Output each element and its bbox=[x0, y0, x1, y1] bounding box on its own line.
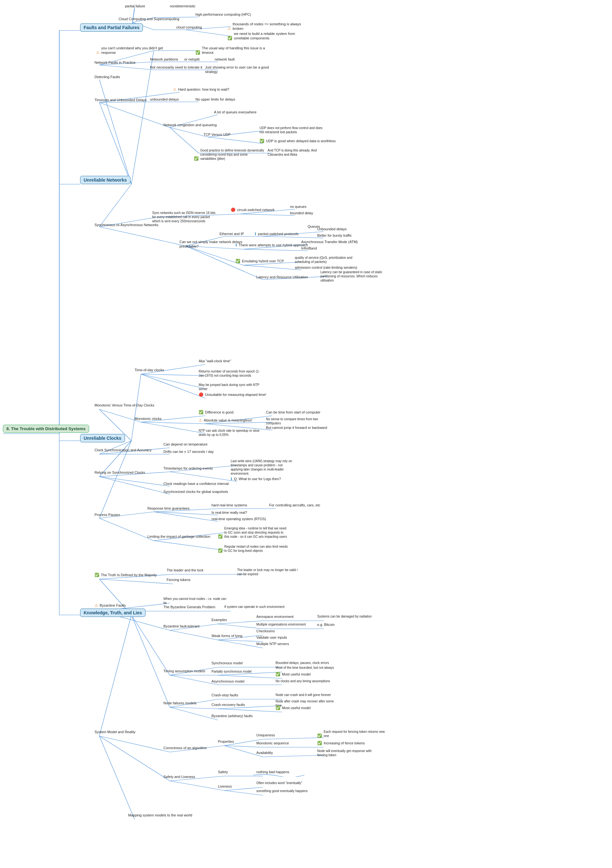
queues-text: A lot of queues everywhere bbox=[214, 110, 257, 114]
increasing-node: ✅ Increasing of fence tokens bbox=[317, 741, 365, 746]
system-model-text: System Model and Reality bbox=[95, 730, 135, 734]
atm-text: Asynchronous Transfer Mode (ATM) bbox=[301, 240, 357, 244]
warn-icon4: ⚠ bbox=[199, 418, 202, 422]
svg-line-125 bbox=[263, 755, 324, 757]
faults-label: Faults and Partial Failures bbox=[80, 23, 143, 32]
good-icon4: ✅ bbox=[194, 156, 199, 161]
temperature-node: Can depend on temperature bbox=[163, 442, 208, 446]
time-of-day-node: Time-of-day clocks bbox=[135, 368, 164, 372]
weak-lying-text: Weak forms of lying bbox=[211, 634, 242, 638]
byzantine-faults2-text: Byzantine (arbitrary) faults bbox=[211, 714, 253, 718]
info-icon2: ℹ bbox=[236, 243, 237, 247]
svg-line-101 bbox=[218, 640, 263, 648]
global-snapshots-node: Synchronized clocks for global snapshots bbox=[163, 490, 228, 494]
async-model-node: Asynchronous model bbox=[211, 679, 244, 684]
leader-expired-text: The leader or lock may no longer be vali… bbox=[237, 568, 301, 576]
monotonic-text: Monotonic clocks bbox=[135, 416, 162, 421]
can-be-start-node: Can be time from start of computer bbox=[266, 410, 320, 414]
sync-isdn-text: Sync networks such as ISDN reserve 16 bi… bbox=[152, 211, 216, 223]
svg-line-55 bbox=[141, 374, 205, 376]
sync-bounded-node: Bounded delays, pauses, clock errors bbox=[276, 661, 329, 665]
cannot-jump-text: But cannot jump it forward or backward bbox=[266, 425, 327, 430]
temperature-text: Can depend on temperature bbox=[163, 442, 208, 446]
net-fault-text: network fault bbox=[215, 57, 235, 62]
netsplit-text: or netsplit bbox=[184, 57, 200, 62]
liveness-node: Liveness bbox=[218, 784, 231, 789]
timeout-note-text: you can't understand why you didn't get … bbox=[101, 46, 172, 55]
infiniband-node: InfiniBand bbox=[301, 246, 317, 251]
no-sense-compare-node: No sense to compare times from two compu… bbox=[266, 417, 330, 425]
regular-restart-text: Regular restart of nodes can also limit … bbox=[224, 544, 288, 553]
qos-text: quality of service (QoS, prioritization … bbox=[295, 256, 359, 264]
networks-section: Unreliable Networks bbox=[80, 176, 130, 184]
no-queues-text: no queues bbox=[290, 205, 306, 209]
if-system-operate-node: If system can operate in such environmen… bbox=[224, 605, 284, 609]
cloud-note2-node: ✅ we need to build a reliable system fro… bbox=[227, 31, 304, 41]
good-icon3: ✅ bbox=[259, 139, 264, 143]
circuit-sw-node: 🔴 circuit-switched network bbox=[231, 208, 275, 212]
confidence-interval-text: Clock readings have a confidence interva… bbox=[163, 481, 229, 486]
crash-stop-note-text: Node can crash and it will gone forever bbox=[276, 693, 331, 697]
net-partitions-node: Network partitions bbox=[150, 57, 178, 62]
svg-line-61 bbox=[141, 422, 205, 424]
regular-restart-node: ✅ Regular restart of nodes can also limi… bbox=[218, 544, 288, 553]
sync-bounded-text: Bounded delays, pauses, clock errors bbox=[276, 661, 329, 665]
svg-line-65 bbox=[141, 422, 205, 433]
emulating-hybrid-text: Emulating hybrid over TCP bbox=[242, 259, 284, 263]
svg-line-118 bbox=[99, 736, 170, 752]
svg-line-57 bbox=[141, 374, 205, 398]
svg-line-50 bbox=[244, 265, 301, 270]
svg-line-44 bbox=[263, 236, 324, 238]
uniqueness-node: Uniqueness bbox=[256, 733, 275, 737]
async-model-text: Asynchronous model bbox=[211, 679, 244, 684]
warn-icon3: ⚠ bbox=[173, 87, 177, 91]
global-snapshots-text: Synchronized clocks for global snapshots bbox=[163, 490, 228, 494]
byzantine-faults-node: ⚠ Byzantine Faults bbox=[95, 603, 126, 608]
tcp-udp-text: TCP Versus UDP bbox=[203, 132, 231, 137]
svg-line-15 bbox=[186, 30, 231, 36]
radiation-text: Systems can be damaged by radiation bbox=[317, 614, 372, 618]
weak-lying-node: Weak forms of lying bbox=[211, 634, 242, 638]
good-icon8: ✅ bbox=[218, 548, 223, 553]
if-system-operate-text: If system can operate in such environmen… bbox=[224, 605, 284, 609]
rtos-text: real-time operating system (RTOS) bbox=[211, 517, 266, 521]
sync-async-text: Synchronous vs Asynchronous Networks bbox=[95, 223, 158, 227]
bad-icon: 🔴 bbox=[231, 208, 236, 212]
nothing-bad-node: nothing bad happens bbox=[256, 770, 289, 774]
partial-sync-note-text: Most of the time bounded, but not always bbox=[276, 666, 334, 670]
monotonic-seq-text: Monotonic sequence bbox=[256, 741, 289, 746]
timing-models-node: Timing assumption models bbox=[163, 669, 205, 673]
monotonic-vs-tod-text: Monotonic Versus Time-of-Day Clocks bbox=[95, 403, 154, 408]
svg-line-122 bbox=[224, 746, 263, 747]
async-note-node: No clocks and any timing assumptions bbox=[276, 679, 330, 683]
radiation-node: Systems can be damaged by radiation bbox=[317, 614, 372, 618]
byzantine-generals-text: The Byzantine Generals Problem bbox=[163, 605, 215, 609]
cannot-jump-node: But cannot jump it forward or backward bbox=[266, 425, 327, 430]
knowledge-label: Knowledge, Truth, and Lies bbox=[80, 609, 146, 617]
net-cong-text: Network congestion and queueing bbox=[163, 122, 217, 127]
correctness-node: Correctness of an algorithm bbox=[163, 746, 207, 750]
define-timeouts-node: ✅ Good practice to define timeouts dynam… bbox=[194, 148, 264, 161]
chapter-label: 8. The Trouble with Distributed Systems bbox=[3, 425, 89, 433]
svg-line-48 bbox=[186, 246, 244, 265]
limiting-gc-node: Limiting the impact of garbage collectio… bbox=[148, 534, 210, 539]
unsuitable-text: Unsuitable for measuring elapsed time! bbox=[205, 392, 266, 397]
most-useful-text: Most useful model bbox=[282, 672, 311, 676]
often-eventually-node: Often includes word "eventually" bbox=[256, 781, 302, 785]
availability-note-text: Node will eventually get response with f… bbox=[317, 749, 381, 757]
eth-ip-text: Ethernet and IP bbox=[219, 232, 244, 236]
safety-liveness-node: Safety and Liveness bbox=[163, 775, 195, 779]
epoch-text: Returns number of seconds from epoch (1-… bbox=[199, 369, 263, 378]
correctness-text: Correctness of an algorithm bbox=[163, 746, 207, 750]
examples-node: Examples bbox=[211, 617, 227, 622]
nondeterministic-text: nondeterministic bbox=[170, 4, 196, 8]
latency-guarantee-text: Latency can be guaranteed in case of sta… bbox=[320, 270, 385, 282]
eth-ip-node: Ethernet and IP bbox=[219, 232, 244, 236]
relying-sync-text: Relying on Synchronized Clocks bbox=[95, 470, 145, 475]
timeout-note-node: ⚠ you can't understand why you didn't ge… bbox=[96, 46, 172, 55]
cannot-trust-text: When you cannot trust nodes - i.e. node … bbox=[163, 597, 227, 605]
no-sense-compare-text: No sense to compare times from two compu… bbox=[266, 417, 330, 425]
time-of-day-text: Time-of-day clocks bbox=[135, 368, 164, 372]
admission-node: admission control (rate-limiting senders… bbox=[295, 265, 357, 270]
admission-text: admission control (rate-limiting senders… bbox=[295, 265, 357, 270]
